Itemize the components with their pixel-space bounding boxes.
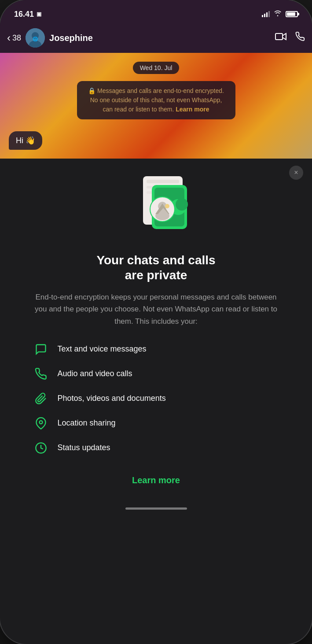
home-indicator [0,503,312,518]
status-bar: 16.41 ▣ [0,0,312,25]
video-call-icon[interactable] [275,32,286,44]
chat-header: ‹ 38 🌐 Josephine [0,25,312,53]
svg-point-18 [165,204,169,208]
privacy-illustration [117,172,196,242]
svg-rect-4 [275,33,283,40]
hi-message-bubble: Hi 👋 [9,131,42,150]
features-list: Text and voice messages Audio and video … [33,341,279,456]
voice-call-icon[interactable] [295,32,305,44]
contact-name[interactable]: Josephine [49,33,271,43]
avatar-image: 🌐 [26,28,45,48]
header-actions [275,32,305,44]
svg-text:🌐: 🌐 [33,36,38,42]
status-icons [262,10,298,19]
feature-text-voice: Text and voice messages [33,341,279,357]
hi-message-text: Hi 👋 [16,136,35,145]
signal-icon [262,11,270,17]
paperclip-icon [33,391,49,407]
battery-icon [286,11,298,17]
back-chevron-icon: ‹ [7,32,11,44]
back-button[interactable]: ‹ 38 [7,32,21,44]
recording-indicator: ▣ [37,11,41,17]
home-bar [125,507,187,510]
modal-title-line1: Your chats and calls [96,253,215,267]
lock-icon: 🔒 [88,87,95,94]
svg-point-19 [39,421,42,424]
back-count: 38 [12,33,21,43]
modal-title-line2: are private [125,268,187,282]
close-icon: × [294,169,298,177]
encryption-learn-more-link[interactable]: Learn more [176,106,209,113]
phone-frame: 16.41 ▣ ‹ 38 [0,0,312,644]
feature-audio-video-label: Audio and video calls [58,369,132,378]
wifi-icon [273,10,282,19]
feature-location: Location sharing [33,415,279,431]
privacy-svg [117,172,196,242]
message-icon [33,341,49,357]
feature-photos-label: Photos, videos and documents [58,394,166,403]
feature-audio-video: Audio and video calls [33,366,279,382]
feature-text-voice-label: Text and voice messages [58,344,147,354]
date-badge: Wed 10. Jul [133,62,180,74]
avatar[interactable]: 🌐 [26,28,45,48]
time-display: 16.41 [14,10,34,19]
modal-description: End-to-end encryption keeps your persona… [33,291,279,327]
phone-icon [33,366,49,382]
feature-status-label: Status updates [58,443,110,452]
chat-background: Wed 10. Jul 🔒 Messages and calls are end… [0,53,312,159]
privacy-modal: × [0,159,312,503]
svg-rect-6 [147,180,179,183]
status-time: 16.41 ▣ [14,10,41,19]
feature-photos: Photos, videos and documents [33,391,279,407]
feature-status: Status updates [33,440,279,456]
encryption-notice: 🔒 Messages and calls are end-to-end encr… [77,81,235,119]
location-icon [33,415,49,431]
feature-location-label: Location sharing [58,418,116,428]
modal-title: Your chats and calls are private [96,253,215,282]
modal-learn-more-link[interactable]: Learn more [132,475,180,485]
svg-point-12 [176,198,188,211]
status-icon [33,440,49,456]
close-button[interactable]: × [289,166,303,180]
